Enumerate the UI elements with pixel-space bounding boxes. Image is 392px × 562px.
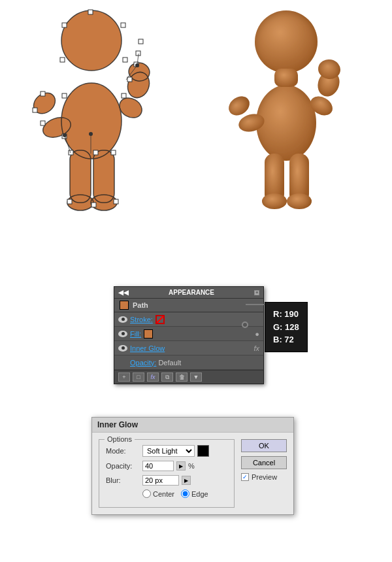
dialog-right: OK Cancel ✓ Preview: [241, 439, 287, 508]
opacity-field-label: Opacity:: [106, 462, 140, 470]
panel-menu-btn[interactable]: ≡: [254, 290, 259, 295]
stroke-row: Stroke:: [114, 312, 263, 327]
inner-glow-row: Inner Glow fx: [114, 341, 263, 355]
svg-rect-33: [69, 150, 73, 155]
panel-section-title: Path: [114, 299, 263, 312]
svg-rect-28: [62, 93, 67, 98]
fill-label[interactable]: Fill:: [130, 330, 141, 338]
center-radio[interactable]: [142, 489, 151, 498]
blur-stepper[interactable]: ▶: [182, 476, 191, 485]
dialog-body: Options Mode: Soft Light Opacity: ▶ %: [92, 433, 293, 514]
panel-delete-btn[interactable]: 🗑: [176, 372, 188, 382]
svg-point-48: [89, 132, 93, 136]
opacity-link[interactable]: Opacity:: [130, 359, 156, 367]
fill-row: Fill: ●: [114, 327, 263, 341]
stroke-color-box[interactable]: [155, 315, 165, 324]
blur-input[interactable]: [142, 475, 179, 486]
ok-button[interactable]: OK: [241, 439, 287, 452]
svg-rect-39: [127, 77, 132, 82]
opacity-row: Opacity: Default: [114, 355, 263, 370]
radio-field: Center Edge: [106, 489, 227, 498]
opacity-value: Default: [158, 359, 181, 367]
stroke-visibility-icon[interactable]: [118, 316, 127, 323]
svg-point-61: [287, 193, 312, 209]
panel-title: APPEARANCE: [169, 289, 214, 296]
svg-rect-38: [114, 199, 118, 204]
svg-rect-23: [121, 23, 125, 27]
mode-label: Mode:: [106, 447, 140, 455]
blur-label: Blur:: [106, 476, 140, 484]
svg-rect-31: [41, 121, 45, 125]
mode-field: Mode: Soft Light: [106, 445, 227, 457]
preview-label: Preview: [252, 473, 277, 481]
svg-rect-29: [41, 91, 45, 96]
options-group: Options Mode: Soft Light Opacity: ▶ %: [99, 439, 235, 508]
svg-rect-30: [33, 108, 37, 112]
opacity-input[interactable]: [142, 461, 174, 471]
svg-rect-27: [122, 93, 126, 98]
path-color-swatch: [120, 301, 129, 310]
dialog-title: Inner Glow: [97, 420, 138, 429]
panel-pin-icon: ◀◀: [118, 289, 129, 296]
dot-connector: [242, 322, 248, 328]
svg-rect-24: [62, 23, 67, 27]
svg-rect-42: [139, 39, 143, 44]
stroke-label[interactable]: Stroke:: [130, 316, 153, 323]
figure-right-svg: [222, 7, 353, 261]
opacity-stepper[interactable]: ▶: [176, 461, 186, 471]
svg-point-50: [255, 10, 318, 73]
panel-add-btn[interactable]: +: [118, 372, 130, 382]
dialog-left: Options Mode: Soft Light Opacity: ▶ %: [99, 439, 235, 508]
edge-radio[interactable]: [181, 489, 189, 498]
svg-rect-52: [274, 69, 298, 87]
appearance-panel: ◀◀ APPEARANCE ≡ Path Stroke: Fill: ● Inn…: [114, 286, 264, 384]
panel-bottom-bar: + □ fx ⧉ 🗑 ▼: [114, 370, 263, 384]
canvas-area: [0, 0, 392, 281]
options-legend: Options: [105, 435, 135, 443]
inner-glow-label[interactable]: Inner Glow: [130, 344, 165, 352]
svg-rect-36: [67, 199, 72, 204]
panel-more-btn[interactable]: ▼: [190, 372, 202, 382]
inner-glow-fx-badge: fx: [253, 344, 259, 352]
color-tooltip: R: 190 G: 128 B: 72: [265, 302, 308, 352]
center-label: Center: [153, 490, 174, 498]
svg-rect-25: [123, 58, 127, 62]
inner-glow-dialog: Inner Glow Options Mode: Soft Light Opac…: [91, 417, 294, 515]
figure-right: [222, 7, 353, 263]
svg-point-60: [262, 193, 287, 209]
preview-checkbox[interactable]: ✓: [241, 473, 249, 481]
dialog-titlebar: Inner Glow: [92, 418, 293, 433]
figure-left: [26, 7, 163, 270]
radio-group: Center Edge: [142, 489, 208, 498]
opacity-field: Opacity: ▶ %: [106, 461, 227, 471]
glow-color-swatch[interactable]: [197, 445, 209, 457]
opacity-label-static: Opacity: Default: [130, 359, 181, 367]
figure-left-svg: [26, 7, 163, 268]
panel-titlebar: ◀◀ APPEARANCE ≡: [114, 287, 263, 299]
color-b: B: 72: [273, 333, 299, 346]
panel-fx-btn[interactable]: fx: [147, 372, 159, 382]
path-label: Path: [133, 301, 148, 309]
panel-copy-btn[interactable]: ⧉: [161, 372, 173, 382]
svg-point-49: [63, 133, 67, 137]
panel-square-btn[interactable]: □: [133, 372, 144, 382]
mode-select[interactable]: Soft Light: [142, 445, 195, 457]
edge-radio-label[interactable]: Edge: [181, 489, 208, 498]
svg-point-51: [256, 85, 316, 161]
blur-field: Blur: ▶: [106, 475, 227, 486]
fill-color-box[interactable]: [144, 329, 153, 339]
color-g: G: 128: [273, 321, 299, 334]
color-r: R: 190: [273, 308, 299, 321]
percent-label: %: [188, 462, 195, 470]
fill-visibility-icon[interactable]: [118, 331, 127, 337]
cancel-button[interactable]: Cancel: [241, 456, 287, 469]
preview-row: ✓ Preview: [241, 473, 287, 481]
edge-label: Edge: [191, 490, 208, 498]
fx-badge: ●: [255, 330, 259, 338]
svg-rect-37: [91, 203, 96, 207]
svg-point-47: [135, 63, 139, 67]
svg-rect-22: [88, 10, 93, 14]
center-radio-label[interactable]: Center: [142, 489, 174, 498]
inner-glow-visibility-icon[interactable]: [118, 345, 127, 352]
svg-rect-35: [111, 150, 116, 155]
